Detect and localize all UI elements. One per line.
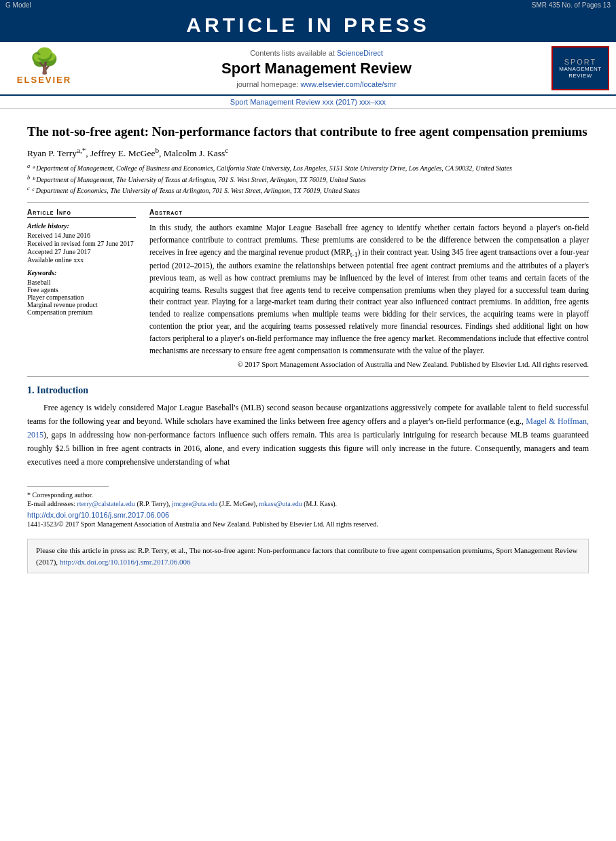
author-terry: Ryan P. Terrya,*, Jeffrey E. McGeeb, Mal… — [27, 148, 228, 158]
affiliations: a ᵃ Department of Management, College of… — [27, 162, 589, 196]
section-title: 1. Introduction — [27, 385, 589, 396]
banner-bar: G Model SMR 435 No. of Pages 13 — [0, 0, 616, 10]
two-col-layout: Article Info Article history: Received 1… — [27, 209, 589, 368]
email-line: E-mail addresses: rterry@calstatela.edu … — [27, 500, 589, 507]
email-mcgee[interactable]: jmcgee@uta.edu — [172, 500, 217, 507]
abstract-title: Abstract — [149, 209, 589, 218]
sciencedirect-label: Contents lists available at — [250, 49, 335, 57]
citation-doi[interactable]: http://dx.doi.org/10.1016/j.smr.2017.06.… — [60, 558, 191, 566]
elsevier-label: ELSEVIER — [17, 75, 71, 85]
elsevier-tree-icon: 🌳 — [29, 49, 60, 73]
issn-line: 1441-3523/© 2017 Sport Management Associ… — [27, 520, 589, 528]
keyword-comp-premium: Compensation premium — [27, 308, 136, 316]
divider-2 — [27, 376, 589, 377]
intro-ref-link[interactable]: Magel & Hoffman, 2015 — [27, 416, 589, 440]
email-label: E-mail addresses: — [27, 500, 75, 507]
article-info-col: Article Info Article history: Received 1… — [27, 209, 136, 368]
sport-logo-text: SPORT — [564, 58, 597, 66]
keyword-player-compensation: Player compensation — [27, 293, 136, 301]
elsevier-logo: 🌳 ELSEVIER — [7, 49, 81, 88]
article-title: The not-so-free agent: Non-performance f… — [27, 124, 589, 141]
journal-homepage-line: journal homepage: www.elsevier.com/locat… — [88, 80, 545, 88]
abstract-col: Abstract In this study, the authors exam… — [149, 209, 589, 368]
sciencedirect-line: Contents lists available at ScienceDirec… — [88, 49, 545, 57]
available-online: Available online xxx — [27, 256, 136, 264]
homepage-label: journal homepage: — [236, 80, 298, 88]
article-in-press-banner: ARTICLE IN PRESS — [0, 10, 616, 42]
divider-1 — [27, 202, 589, 203]
doi-line: http://dx.doi.org/10.1016/j.smr.2017.06.… — [27, 511, 589, 519]
affiliation-a: a ᵃ Department of Management, College of… — [27, 162, 589, 173]
email-terry[interactable]: rterry@calstatela.edu — [77, 500, 135, 507]
affiliation-b: b ᵇ Department of Management, The Univer… — [27, 174, 589, 185]
keyword-mrp: Marginal revenue product — [27, 301, 136, 308]
keywords-label: Keywords: — [27, 269, 136, 276]
journal-ref-link[interactable]: Sport Management Review xxx (2017) xxx–x… — [230, 98, 386, 106]
homepage-url[interactable]: www.elsevier.com/locate/smr — [300, 80, 396, 88]
doi-link[interactable]: http://dx.doi.org/10.1016/j.smr.2017.06.… — [27, 511, 169, 519]
journal-center: Contents lists available at ScienceDirec… — [88, 49, 545, 88]
footer-section: * Corresponding author. E-mail addresses… — [0, 480, 616, 532]
journal-title: Sport Management Review — [88, 60, 545, 77]
authors-line: Ryan P. Terrya,*, Jeffrey E. McGeeb, Mal… — [27, 146, 589, 160]
article-info-title: Article Info — [27, 209, 136, 218]
affiliation-c: c ᶜ Department of Economics, The Univers… — [27, 185, 589, 196]
journal-ref-line: Sport Management Review xxx (2017) xxx–x… — [0, 96, 616, 109]
main-content: The not-so-free agent: Non-performance f… — [0, 109, 616, 469]
sciencedirect-link[interactable]: ScienceDirect — [337, 49, 383, 57]
revised-date: Received in revised form 27 June 2017 — [27, 240, 136, 247]
journal-logo-right: SPORT MANAGEMENTREVIEW — [551, 46, 609, 90]
banner-title: ARTICLE IN PRESS — [186, 14, 429, 36]
keyword-baseball: Baseball — [27, 279, 136, 286]
corresponding-note: * Corresponding author. — [27, 491, 589, 499]
accepted-date: Accepted 27 June 2017 — [27, 248, 136, 255]
citation-box: Please cite this article in press as: R.… — [27, 539, 589, 573]
banner-model: G Model — [5, 1, 31, 9]
footer-divider — [27, 486, 109, 487]
management-logo-text: MANAGEMENTREVIEW — [559, 66, 601, 79]
email-kass[interactable]: mkass@uta.edu — [259, 500, 302, 507]
article-history-label: Article history: — [27, 222, 136, 230]
introduction-section: 1. Introduction Free agency is widely co… — [27, 385, 589, 469]
banner-ref: SMR 435 No. of Pages 13 — [532, 1, 611, 9]
intro-body: Free agency is widely considered Major L… — [27, 401, 589, 469]
copyright-line: © 2017 Sport Management Association of A… — [149, 360, 589, 368]
journal-header: 🌳 ELSEVIER Contents lists available at S… — [0, 42, 616, 96]
received-date: Received 14 June 2016 — [27, 232, 136, 239]
keyword-free-agents: Free agents — [27, 286, 136, 293]
abstract-body: In this study, the authors examine Major… — [149, 222, 589, 357]
